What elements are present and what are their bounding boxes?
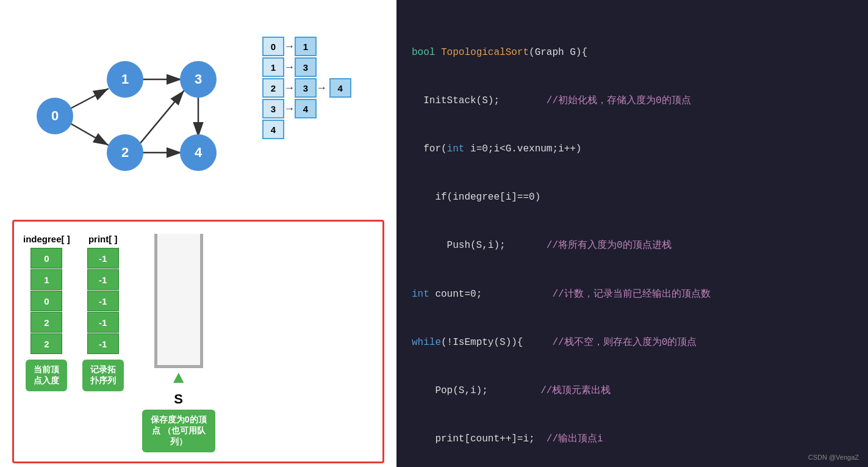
indegree-label: indegree[ ] xyxy=(23,234,70,244)
print-cell-0: -1 xyxy=(87,248,119,269)
indegree-desc: 当前顶 点入度 xyxy=(26,360,67,391)
watermark: CSDN @VengaZ xyxy=(808,454,859,461)
code-block: bool TopologicalSort(Graph G){ InitStack… xyxy=(412,12,853,467)
adj-index-0: 0 xyxy=(262,37,284,56)
node-2-label: 2 xyxy=(121,145,129,160)
indegree-cell-0: 0 xyxy=(30,248,62,269)
node-0-label: 0 xyxy=(51,108,59,123)
indegree-cell-3: 2 xyxy=(30,312,62,333)
adj-row-3: 3 → 4 xyxy=(262,99,384,118)
adj-arrow-0: → xyxy=(286,40,293,52)
edge-0-2 xyxy=(70,123,109,145)
adj-node-0-1: 1 xyxy=(295,37,317,56)
code-line-7: while(!IsEmpty(S)){ //栈不空，则存在入度为0的顶点 xyxy=(412,335,853,350)
print-label: print[ ] xyxy=(88,234,117,244)
stack-desc: 保存度为0的顶点 （也可用队列） xyxy=(142,410,215,452)
indegree-cell-2: 0 xyxy=(30,291,62,311)
code-line-3: for(int i=0;i<G.vexnum;i++) xyxy=(412,141,853,157)
print-cell-1: -1 xyxy=(87,269,119,290)
code-line-9: print[count++]=i; //输出顶点i xyxy=(412,431,853,447)
adj-row-1: 1 → 3 xyxy=(262,57,384,77)
adj-index-3: 3 xyxy=(262,99,284,118)
right-panel: bool TopologicalSort(Graph G){ InitStack… xyxy=(396,0,868,467)
adj-node-3-4: 4 xyxy=(295,99,317,118)
adj-arrow-2b: → xyxy=(318,82,325,94)
adj-index-1: 1 xyxy=(262,57,284,77)
code-line-6: int count=0; //计数，记录当前已经输出的顶点数 xyxy=(412,286,853,302)
code-line-1: bool TopologicalSort(Graph G){ xyxy=(412,45,853,60)
code-line-2: InitStack(S); //初始化栈，存储入度为0的顶点 xyxy=(412,93,853,109)
graph-svg: 0 1 2 3 4 xyxy=(18,18,250,177)
adj-row-4: 4 xyxy=(262,120,384,139)
stack-arrow-up: ▲ xyxy=(173,368,184,389)
adj-arrow-2: → xyxy=(286,82,293,94)
adj-node-2-3: 3 xyxy=(295,78,317,98)
annotation-inner: indegree[ ] 0 1 0 2 2 当前顶 点入度 print[ ] -… xyxy=(23,234,373,452)
adj-row-0: 0 → 1 xyxy=(262,37,384,56)
print-cell-2: -1 xyxy=(87,291,119,311)
code-line-4: if(indegree[i]==0) xyxy=(412,189,853,205)
indegree-cell-1: 1 xyxy=(30,269,62,290)
annotation-box: indegree[ ] 0 1 0 2 2 当前顶 点入度 print[ ] -… xyxy=(12,220,384,463)
node-3-label: 3 xyxy=(195,71,202,87)
print-desc: 记录拓 扑序列 xyxy=(82,360,124,391)
edge-2-3 xyxy=(139,90,184,145)
edge-0-1 xyxy=(70,89,109,109)
adj-index-2: 2 xyxy=(262,78,284,98)
indegree-section: indegree[ ] 0 1 0 2 2 当前顶 点入度 xyxy=(23,234,70,391)
adj-arrow-1: → xyxy=(286,61,293,73)
stack-label: S xyxy=(174,391,183,407)
node-4-label: 4 xyxy=(195,145,203,160)
adj-row-2: 2 → 3 → 4 xyxy=(262,78,384,98)
stack-section: ▲ S 保存度为0的顶点 （也可用队列） xyxy=(142,234,215,452)
adj-node-1-3: 3 xyxy=(295,57,317,77)
indegree-cell-4: 2 xyxy=(30,333,62,354)
print-cell-3: -1 xyxy=(87,312,119,333)
left-panel: 0 1 2 3 4 0 → 1 1 → 3 2 xyxy=(0,0,396,467)
print-section: print[ ] -1 -1 -1 -1 -1 记录拓 扑序列 xyxy=(82,234,124,391)
adj-arrow-3: → xyxy=(286,103,293,115)
stack-visual xyxy=(154,234,203,368)
graph-area: 0 1 2 3 4 xyxy=(18,18,250,189)
adj-list-area: 0 → 1 1 → 3 2 → 3 → 4 3 → 4 4 xyxy=(262,37,384,140)
adj-index-4: 4 xyxy=(262,120,284,139)
adj-node-2-4: 4 xyxy=(329,78,351,98)
code-line-8: Pop(S,i); //栈顶元素出栈 xyxy=(412,383,853,399)
node-1-label: 1 xyxy=(121,71,129,87)
code-line-5: Push(S,i); //将所有入度为0的顶点进栈 xyxy=(412,237,853,253)
print-cell-4: -1 xyxy=(87,333,119,354)
